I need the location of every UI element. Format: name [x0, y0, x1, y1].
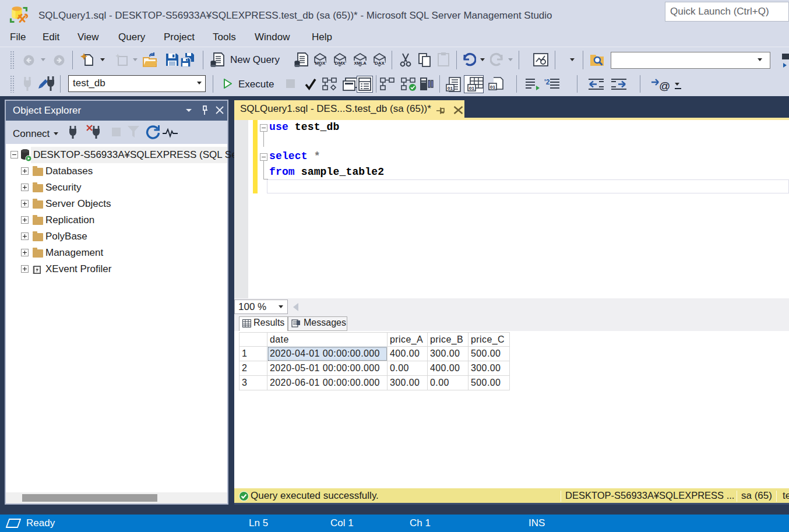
- svg-text:01: 01: [490, 84, 495, 90]
- svg-text:@: @: [659, 80, 670, 92]
- svg-text:01: 01: [448, 86, 453, 91]
- svg-text:DAX: DAX: [375, 61, 385, 66]
- svg-text:01: 01: [469, 86, 474, 91]
- svg-text:XMLA: XMLA: [354, 61, 367, 66]
- svg-text:DMX: DMX: [335, 61, 346, 66]
- svg-text:'2: '2: [544, 78, 550, 86]
- svg-text:MDX: MDX: [315, 61, 326, 66]
